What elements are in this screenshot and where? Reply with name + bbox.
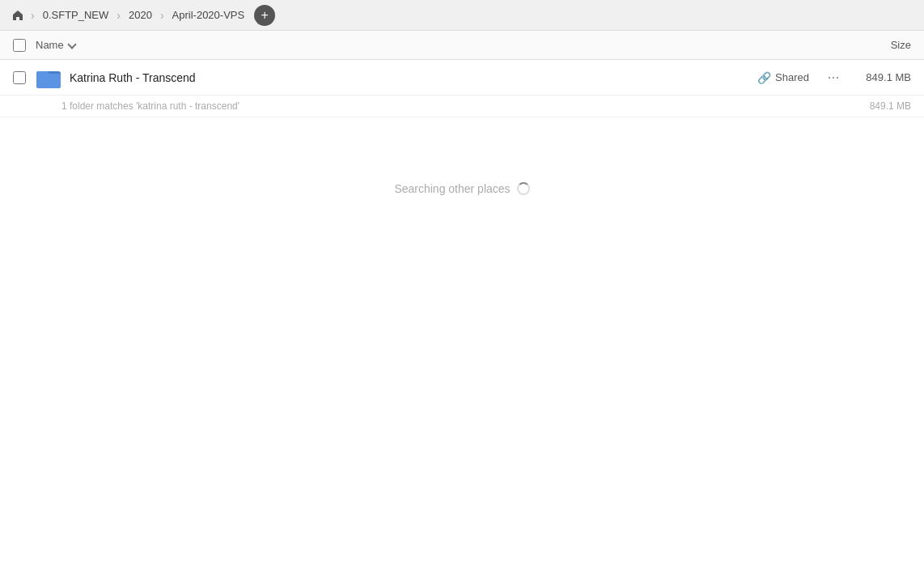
separator-3: › bbox=[160, 9, 164, 22]
toolbar: › 0.SFTP_NEW › 2020 › April-2020-VPS + bbox=[0, 0, 924, 31]
breadcrumb-2020[interactable]: 2020 bbox=[122, 6, 159, 23]
sort-icon bbox=[67, 40, 76, 49]
row-checkbox[interactable] bbox=[13, 71, 26, 84]
file-list: Katrina Ruth - Transcend 🔗 Shared ··· 84… bbox=[0, 60, 924, 583]
more-options-button[interactable]: ··· bbox=[822, 66, 845, 89]
column-header: Name Size bbox=[0, 31, 924, 60]
size-column-header: Size bbox=[891, 39, 911, 51]
breadcrumb-sftp[interactable]: 0.SFTP_NEW bbox=[36, 6, 116, 23]
match-info: 1 folder matches 'katrina ruth - transce… bbox=[0, 96, 924, 117]
table-row[interactable]: Katrina Ruth - Transcend 🔗 Shared ··· 84… bbox=[0, 60, 924, 96]
shared-indicator: 🔗 Shared bbox=[757, 71, 809, 84]
app-container: › 0.SFTP_NEW › 2020 › April-2020-VPS + N… bbox=[0, 0, 924, 583]
name-column-header[interactable]: Name bbox=[36, 39, 75, 51]
add-button[interactable]: + bbox=[254, 5, 275, 26]
loading-spinner bbox=[517, 182, 530, 195]
breadcrumb-april[interactable]: April-2020-VPS bbox=[166, 6, 252, 23]
separator-1: › bbox=[31, 9, 35, 22]
select-all-checkbox[interactable] bbox=[13, 39, 26, 52]
searching-status: Searching other places bbox=[0, 117, 924, 260]
separator-2: › bbox=[117, 9, 121, 22]
folder-icon bbox=[36, 65, 61, 91]
link-icon: 🔗 bbox=[757, 71, 771, 84]
folder-name: Katrina Ruth - Transcend bbox=[70, 71, 757, 84]
home-button[interactable] bbox=[6, 4, 29, 27]
file-size: 849.1 MB bbox=[854, 71, 911, 83]
svg-rect-1 bbox=[36, 71, 46, 74]
